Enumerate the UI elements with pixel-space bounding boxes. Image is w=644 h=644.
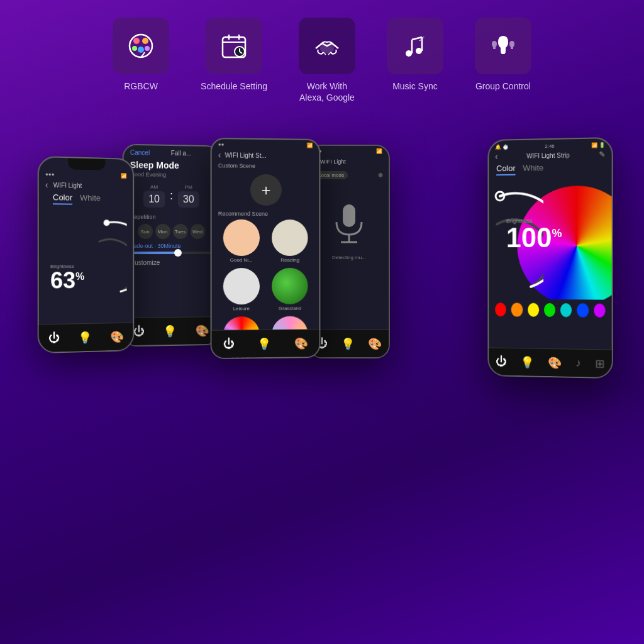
groupcontrol-label: Group Control — [475, 80, 531, 92]
phone5-nav: ⏻ 💡 🎨 ♪ ⊞ — [489, 347, 611, 377]
day-tues[interactable]: Tues — [172, 224, 187, 239]
bulb-btn4[interactable]: 💡 — [341, 337, 355, 351]
swatch-purple[interactable] — [594, 304, 606, 318]
power-btn5[interactable]: ⏻ — [496, 355, 507, 369]
day-selector: Sun Mon Tues Wed — [135, 224, 208, 239]
time-pm[interactable]: 30 — [178, 191, 199, 208]
features-row: RGBCW Schedule Setting — [0, 0, 644, 116]
swatch-yellow[interactable] — [528, 303, 539, 317]
swatch-red[interactable] — [495, 303, 506, 316]
brightness-value: 63% — [50, 269, 84, 292]
svg-point-13 — [321, 44, 333, 53]
scene-circle-reading — [272, 219, 308, 256]
custom-scene-label: Custom Scene — [212, 162, 319, 169]
svg-point-15 — [416, 48, 422, 54]
svg-point-3 — [138, 47, 144, 53]
phone5-tab-color[interactable]: Color — [496, 164, 515, 175]
svg-text:♪: ♪ — [423, 35, 425, 39]
phone5-title: WIFI Light Strip — [498, 151, 599, 160]
phone3-status: ●●📶 — [212, 139, 319, 151]
svg-point-5 — [145, 46, 150, 51]
mic-area: Detecting mu... — [309, 186, 389, 273]
bulb-group-icon — [489, 32, 517, 60]
sleep-mode-label: Sleep Mode — [130, 160, 213, 171]
microphone-icon — [327, 198, 371, 248]
color-section: Brightness 100% — [489, 179, 611, 300]
day-sun[interactable]: Sun — [137, 224, 152, 239]
phone3-nav: ⏻ 💡 🎨 — [212, 329, 319, 358]
good-evening-label: Good Evening — [130, 171, 213, 179]
palette-btn5[interactable]: 🎨 — [548, 355, 562, 369]
pm-label: PM — [178, 184, 199, 190]
workwith-label: Work With Alexa, Google — [299, 80, 355, 103]
repetition-label: Repetition — [130, 214, 213, 221]
recommend-label: Recommend Scene — [212, 211, 319, 218]
feature-musicsync: ♩ ♪ Music Sync — [387, 18, 443, 92]
palette-icon — [127, 32, 155, 60]
scene-leisure[interactable]: Leisure — [219, 268, 264, 311]
phone5-tabs: Color White — [489, 162, 611, 175]
workwith-icon-box — [299, 18, 355, 74]
musicsync-label: Music Sync — [392, 80, 438, 92]
svg-text:♩: ♩ — [419, 36, 421, 42]
phone-music-detect: ●●📶 ‹ WIFI Light Local mode ● Detecting … — [308, 145, 390, 358]
power-btn3[interactable]: ⏻ — [223, 337, 235, 350]
rgbcw-icon-box — [113, 18, 169, 74]
scene-circle-grassland — [272, 268, 308, 304]
feature-rgbcw: RGBCW — [113, 18, 169, 92]
bulb-btn[interactable]: 💡 — [79, 330, 92, 345]
palette-btn[interactable]: 🎨 — [111, 330, 124, 343]
swatch-blue[interactable] — [577, 303, 588, 317]
scene-grassland[interactable]: Grassland — [268, 268, 311, 311]
tab-white[interactable]: White — [80, 193, 101, 205]
bulb-btn5[interactable]: 💡 — [520, 355, 534, 369]
svg-point-1 — [133, 38, 140, 44]
svg-point-4 — [132, 46, 137, 51]
groupcontrol-icon-box — [475, 18, 531, 74]
day-mon[interactable]: Mon — [155, 224, 170, 239]
time-am[interactable]: 10 — [143, 191, 165, 208]
svg-rect-24 — [343, 204, 355, 227]
palette-btn2[interactable]: 🎨 — [196, 324, 209, 338]
swatch-orange[interactable] — [511, 303, 523, 317]
phone3-title: WIFI Light St... — [225, 152, 266, 159]
tab-color[interactable]: Color — [53, 192, 72, 205]
music-btn5[interactable]: ♪ — [575, 357, 581, 370]
bulb-btn2[interactable]: 💡 — [164, 324, 177, 338]
phone-scenes: ●●📶 ‹ WIFI Light St... Custom Scene ＋ Re… — [211, 138, 321, 359]
swatch-green[interactable] — [544, 303, 555, 317]
music-icon: ♩ ♪ — [401, 32, 429, 60]
phone3-back[interactable]: ‹ — [218, 150, 221, 160]
phones-area: ●●● 📶 ‹ WIFI Light Color White Brightnes… — [31, 138, 613, 625]
palette-btn3[interactable]: 🎨 — [294, 336, 308, 350]
handshake-icon — [312, 31, 342, 61]
fadeout-slider[interactable] — [130, 252, 213, 254]
phone5-brightness-value: 100% — [506, 224, 562, 252]
svg-rect-21 — [501, 51, 506, 53]
phone1-notch — [68, 158, 105, 170]
bulb-btn3[interactable]: 💡 — [257, 336, 271, 350]
fadeout-label: Fade-out · 30Minute — [130, 243, 213, 249]
swatch-cyan[interactable] — [560, 303, 572, 317]
scene-good-night[interactable]: Good Ni... — [219, 219, 264, 263]
back-icon[interactable]: ‹ — [45, 180, 48, 190]
phone-color-main: ●●● 📶 ‹ WIFI Light Color White Brightnes… — [38, 156, 135, 353]
phone5-tab-white[interactable]: White — [523, 163, 543, 175]
grid-btn5[interactable]: ⊞ — [595, 357, 604, 370]
phone1-nav: ⏻ 💡 🎨 — [39, 323, 133, 352]
phone5-edit[interactable]: ✎ — [599, 150, 605, 158]
day-wed[interactable]: Wed — [190, 224, 205, 239]
color-swatches — [489, 299, 611, 321]
feature-groupcontrol: Group Control — [475, 18, 531, 92]
cancel-btn[interactable]: Cancel — [130, 149, 150, 157]
power-btn2[interactable]: ⏻ — [133, 325, 145, 338]
phone-sleep-mode: Cancel Fall a... Sleep Mode Good Evening… — [123, 144, 219, 347]
svg-rect-22 — [501, 53, 505, 54]
scene-reading[interactable]: Reading — [268, 219, 311, 263]
customize-label[interactable]: Customize — [130, 259, 213, 266]
phone2-title: Fall a... — [171, 150, 192, 157]
add-scene-btn[interactable]: ＋ — [250, 174, 281, 206]
power-btn[interactable]: ⏻ — [48, 331, 60, 345]
phone4-status: ●●📶 — [309, 146, 389, 157]
palette-btn4[interactable]: 🎨 — [368, 337, 382, 351]
